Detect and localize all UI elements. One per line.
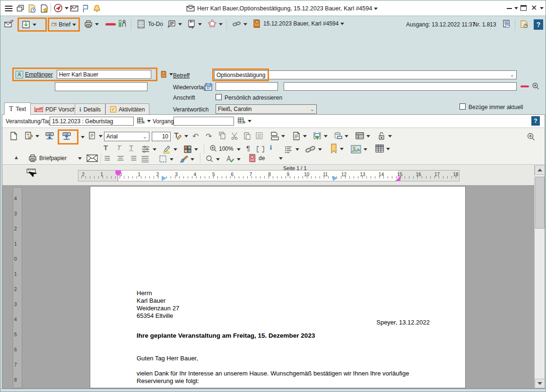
correspondence-dropdown-arrow-icon[interactable] bbox=[178, 23, 182, 26]
send-dropdown-arrow-icon[interactable] bbox=[65, 7, 69, 9]
veranstaltung-pick-button[interactable] bbox=[137, 117, 151, 125]
zoom-field-icon[interactable] bbox=[531, 82, 540, 91]
select-all-icon[interactable] bbox=[255, 131, 264, 141]
color-palette-button[interactable] bbox=[183, 145, 198, 154]
spellcheck-button[interactable] bbox=[225, 154, 241, 164]
import-text-icon[interactable] bbox=[45, 131, 54, 141]
title-dropdown-arrow-icon[interactable] bbox=[374, 8, 378, 10]
zoom-level-value[interactable]: 100% bbox=[219, 145, 234, 152]
edit-text-button[interactable] bbox=[24, 131, 39, 141]
align-justify-icon[interactable] bbox=[140, 154, 150, 164]
link-button[interactable] bbox=[232, 19, 247, 29]
export-text-icon[interactable] bbox=[62, 131, 71, 141]
editor-zoom-icon[interactable] bbox=[526, 132, 536, 142]
underline-button[interactable]: T bbox=[129, 144, 133, 152]
align-right-icon[interactable] bbox=[128, 154, 138, 164]
page-format-button[interactable] bbox=[270, 131, 285, 141]
pending-document-icon[interactable] bbox=[520, 19, 529, 29]
document-page[interactable]: Herrn Karl Bauer Weidenzaun 27 65354 Elt… bbox=[90, 186, 466, 388]
send-mail-icon[interactable] bbox=[4, 19, 14, 29]
veranstaltung-dropdown-arrow-icon[interactable] bbox=[147, 120, 151, 122]
align-center-icon[interactable] bbox=[116, 154, 125, 164]
align-left-icon[interactable] bbox=[104, 154, 113, 164]
remove-wiedervorlage-icon[interactable] bbox=[520, 85, 529, 87]
editor-help-button[interactable]: ? bbox=[531, 116, 540, 126]
insert-field-button[interactable] bbox=[312, 131, 328, 141]
table-dropdown-arrow-icon[interactable] bbox=[366, 135, 370, 137]
insert-image-dropdown-arrow-icon[interactable] bbox=[364, 148, 367, 151]
list-format-button[interactable] bbox=[284, 145, 299, 154]
link-dropdown-arrow-icon[interactable] bbox=[243, 23, 247, 26]
cancel-minus-icon[interactable] bbox=[105, 23, 116, 26]
print-button[interactable] bbox=[84, 19, 99, 29]
info-button[interactable]: i bbox=[270, 144, 272, 152]
list-dropdown-arrow-icon[interactable] bbox=[295, 148, 299, 151]
paragraph-settings-dropdown-arrow-icon[interactable] bbox=[153, 148, 156, 151]
calendar-icon[interactable] bbox=[204, 82, 213, 92]
briefpapier-button[interactable]: Briefpapier bbox=[28, 153, 67, 163]
verantwortlich-chevron-icon[interactable]: ⌄ bbox=[310, 106, 314, 112]
vorgang-dropdown-arrow-icon[interactable] bbox=[248, 120, 251, 122]
process-button[interactable] bbox=[208, 19, 223, 29]
ruler-settings-icon[interactable] bbox=[26, 168, 38, 178]
wiedervorlage-note-input[interactable] bbox=[284, 82, 517, 91]
persoenlich-checkbox[interactable] bbox=[216, 94, 222, 100]
hyperlink-button[interactable] bbox=[305, 144, 322, 155]
frame-marks-icon[interactable] bbox=[256, 145, 265, 154]
font-name-select[interactable]: Arial ⌄ bbox=[104, 132, 149, 141]
veranstaltung-input[interactable]: 15.12.2023 : Geburtstag bbox=[50, 117, 134, 126]
bezuege-checkbox[interactable] bbox=[459, 103, 466, 110]
minimize-dropdown-arrow-icon[interactable] bbox=[514, 7, 518, 9]
empfaenger-label[interactable]: Empfänger bbox=[25, 71, 53, 78]
document-history-icon[interactable] bbox=[502, 19, 511, 29]
recipient-person-icon[interactable] bbox=[16, 71, 23, 78]
table-format-button[interactable] bbox=[375, 144, 390, 153]
hyperlink-dropdown-arrow-icon[interactable] bbox=[318, 148, 322, 151]
close-dropdown-arrow-icon[interactable] bbox=[540, 7, 544, 9]
table-format-dropdown-arrow-icon[interactable] bbox=[386, 148, 390, 150]
page-format-dropdown-arrow-icon[interactable] bbox=[281, 135, 285, 137]
new-document-icon[interactable] bbox=[9, 131, 18, 141]
font-style-dropdown-arrow-icon[interactable] bbox=[184, 135, 188, 137]
font-size-input[interactable]: 10 bbox=[152, 132, 171, 141]
h-ruler[interactable]: 210123456789101112131415161718 bbox=[78, 170, 459, 181]
recent-document-icon[interactable] bbox=[27, 4, 37, 13]
format-brush-button[interactable] bbox=[179, 154, 194, 164]
zoom-level-dropdown-arrow-icon[interactable] bbox=[237, 148, 241, 151]
minimize-button[interactable] bbox=[507, 8, 512, 9]
menu-icon[interactable] bbox=[4, 4, 14, 13]
occupancy-person-icon[interactable] bbox=[118, 19, 127, 28]
dictionary-dropdown-arrow-icon[interactable] bbox=[279, 157, 283, 160]
scrollbar-thumb[interactable] bbox=[535, 177, 545, 229]
spellcheck-dropdown-arrow-icon[interactable] bbox=[237, 158, 241, 161]
format-brush-dropdown-arrow-icon[interactable] bbox=[191, 158, 194, 161]
text-block-button[interactable] bbox=[292, 131, 307, 141]
envelope-print-icon[interactable] bbox=[87, 153, 98, 163]
empfaenger-input[interactable]: Herr Karl Bauer bbox=[57, 70, 151, 79]
insert-field-dropdown-arrow-icon[interactable] bbox=[324, 135, 328, 137]
pilcrow-button[interactable]: ¶ bbox=[246, 144, 250, 152]
table-insert-button[interactable] bbox=[355, 131, 370, 141]
page-copy-dropdown-arrow-icon[interactable] bbox=[99, 135, 103, 137]
betreff-label[interactable]: Betreff bbox=[173, 72, 190, 79]
collapse-toolbar-button[interactable]: ▲ bbox=[14, 154, 19, 160]
vorgang-pick-button[interactable] bbox=[237, 117, 251, 125]
todo-button[interactable]: To-Do bbox=[137, 19, 163, 29]
event-context-button[interactable]: 15.12.2023 Bauer, Karl #4594 bbox=[252, 19, 344, 28]
border-select-dropdown-arrow-icon[interactable] bbox=[170, 158, 173, 161]
database-dropdown-arrow-icon[interactable] bbox=[345, 135, 348, 137]
transfer-document-button[interactable] bbox=[187, 19, 202, 29]
v-ruler[interactable]: 4321012345678 bbox=[13, 187, 22, 388]
bookmark-button[interactable] bbox=[329, 143, 344, 154]
color-palette-dropdown-arrow-icon[interactable] bbox=[194, 148, 198, 151]
text-block-dropdown-arrow-icon[interactable] bbox=[303, 135, 307, 137]
correspondence-button[interactable] bbox=[167, 19, 182, 29]
cut-icon[interactable] bbox=[230, 131, 240, 141]
empfaenger-line2-input[interactable] bbox=[55, 82, 147, 91]
favorite-document-icon[interactable] bbox=[40, 4, 49, 13]
brief-dropdown-arrow-icon[interactable] bbox=[72, 24, 76, 26]
highlight-dropdown-arrow-icon[interactable] bbox=[173, 148, 177, 151]
redo-icon[interactable]: ↷ bbox=[206, 132, 212, 141]
tab-details[interactable]: i Details bbox=[75, 103, 105, 115]
tab-text[interactable]: T Text bbox=[4, 102, 31, 115]
